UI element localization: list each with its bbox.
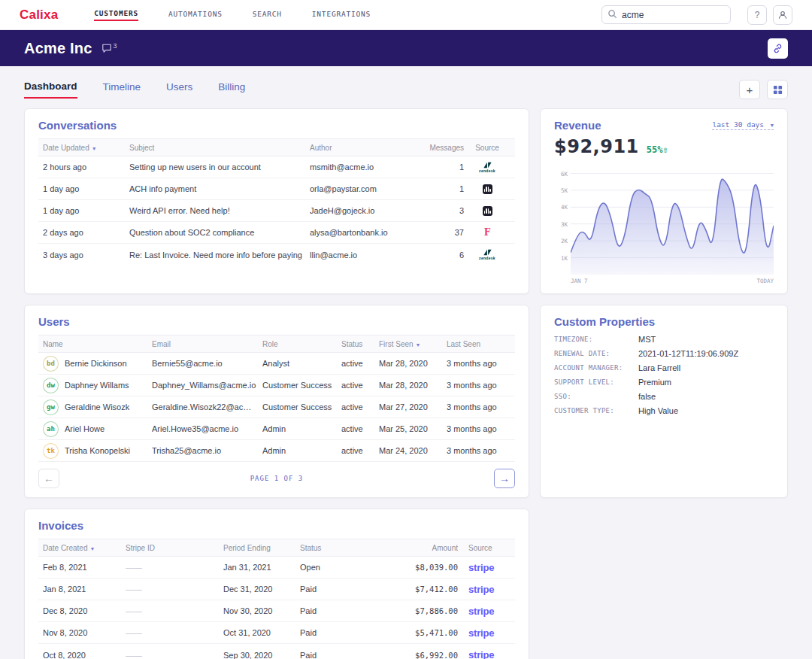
user-row[interactable]: gwGeraldine Wisozk Geraldine.Wisozk22@ac… — [38, 396, 515, 418]
avatar: ah — [43, 421, 59, 437]
cell-stripe-id: —— — [126, 628, 223, 637]
invoice-row[interactable]: Oct 8, 2020 —— Sep 30, 2020 Paid $6,992.… — [38, 644, 515, 659]
col-last-seen[interactable]: Last Seen — [447, 340, 511, 348]
property-row: CUSTOMER TYPE: High Value — [554, 406, 774, 415]
help-button[interactable]: ? — [747, 5, 767, 25]
user-row[interactable]: tkTrisha Konopelski Trisha25@acme.io Adm… — [38, 440, 515, 462]
user-row[interactable]: dwDaphney Willams Daphney_Willams@acme.i… — [38, 375, 515, 396]
nav-item-automations[interactable]: AUTOMATIONS — [168, 10, 223, 20]
cell-last-seen: 3 months ago — [447, 359, 511, 368]
tab-users[interactable]: Users — [166, 81, 192, 98]
cell-name: Geraldine Wisozk — [65, 402, 135, 411]
nav-item-search[interactable]: SEARCH — [253, 10, 282, 20]
invoices-header: Date Created▼ Stripe ID Period Ending St… — [38, 539, 515, 557]
nav-item-customers[interactable]: CUSTOMERS — [94, 9, 138, 21]
invoice-row[interactable]: Dec 8, 2020 —— Nov 30, 2020 Paid $7,886.… — [38, 600, 515, 622]
col-subject[interactable]: Subject — [129, 144, 310, 152]
tab-timeline[interactable]: Timeline — [103, 81, 141, 98]
cell-author: llin@acme.io — [310, 251, 423, 260]
property-value: false — [638, 392, 656, 401]
cell-date: Feb 8, 2021 — [43, 563, 126, 572]
user-row[interactable]: bdBernie Dickinson Bernie55@acme.io Anal… — [38, 353, 515, 375]
tab-bar: Dashboard Timeline Users Billing + — [0, 66, 812, 107]
cell-messages: 3 — [423, 206, 464, 215]
cell-role: Admin — [262, 446, 341, 455]
col-messages[interactable]: Messages — [423, 144, 464, 152]
cell-date: Dec 8, 2020 — [43, 606, 126, 615]
revenue-chart-area: 6K 5K 4K 3K 2K 1K — [554, 163, 774, 275]
col-role[interactable]: Role — [262, 340, 341, 348]
stripe-logo: stripe — [468, 627, 494, 639]
users-header: Name Email Role Status First Seen▼ Last … — [38, 335, 515, 353]
add-card-button[interactable]: + — [739, 80, 760, 99]
next-page-button[interactable]: → — [494, 469, 515, 488]
invoice-row[interactable]: Feb 8, 2021 —— Jan 31, 2021 Open $8,039.… — [38, 557, 515, 579]
property-value: Lara Farrell — [638, 363, 680, 372]
col-email[interactable]: Email — [152, 340, 262, 348]
property-row: SSO: false — [554, 392, 774, 401]
zendesk-icon: zendesk — [464, 249, 511, 260]
col-status[interactable]: Status — [300, 544, 379, 552]
col-first-seen[interactable]: First Seen▼ — [379, 340, 447, 348]
cell-period: Jan 31, 2021 — [223, 563, 300, 572]
col-date-created[interactable]: Date Created▼ — [43, 544, 126, 552]
col-author[interactable]: Author — [310, 144, 423, 152]
conversations-card: Conversations Date Updated▼ Subject Auth… — [24, 108, 529, 294]
comment-icon — [102, 44, 112, 53]
col-name[interactable]: Name — [43, 340, 152, 348]
property-value: 2021-01-12T11:19:06.909Z — [638, 349, 738, 358]
col-status[interactable]: Status — [341, 340, 379, 348]
property-row: SUPPORT LEVEL: Premium — [554, 378, 774, 387]
cell-status: active — [341, 381, 379, 390]
conversation-row[interactable]: 2 hours ago Setting up new users in our … — [38, 156, 515, 178]
prev-page-button[interactable]: ← — [38, 469, 59, 488]
col-stripe-id[interactable]: Stripe ID — [126, 544, 223, 552]
customer-header: Acme Inc 3 — [0, 30, 812, 66]
cell-last-seen: 3 months ago — [447, 402, 511, 411]
conversation-row[interactable]: 1 day ago Weird API error. Need help! Ja… — [38, 200, 515, 222]
user-row[interactable]: ahAriel Howe Ariel.Howe35@acme.io Admin … — [38, 418, 515, 440]
col-amount[interactable]: Amount — [379, 544, 458, 552]
property-key: CUSTOMER TYPE: — [554, 406, 638, 415]
stripe-logo: stripe — [468, 584, 494, 595]
account-button[interactable] — [773, 5, 792, 25]
intercom-icon — [483, 184, 492, 194]
comments-indicator[interactable]: 3 — [102, 44, 117, 53]
cell-subject: ACH info payment — [129, 184, 310, 193]
revenue-range-dropdown[interactable]: last 30 days ▼ — [712, 120, 774, 130]
tab-billing[interactable]: Billing — [218, 81, 245, 98]
cell-name: Ariel Howe — [65, 424, 111, 433]
cell-date: 3 days ago — [43, 251, 129, 260]
tab-dashboard[interactable]: Dashboard — [24, 80, 77, 99]
property-key: SUPPORT LEVEL: — [554, 378, 638, 387]
cell-last-seen: 3 months ago — [447, 424, 511, 433]
cell-last-seen: 3 months ago — [447, 381, 511, 390]
revenue-card: Revenue last 30 days ▼ $92,911 55%⇧ 6K 5… — [540, 108, 788, 294]
cell-messages: 37 — [423, 228, 464, 237]
cell-messages: 6 — [423, 251, 464, 260]
cell-status: Paid — [300, 585, 379, 594]
col-source[interactable]: Source — [458, 544, 511, 552]
comment-count: 3 — [114, 42, 117, 50]
cell-email: Trisha25@acme.io — [152, 446, 262, 455]
property-value: Premium — [638, 378, 671, 387]
invoice-row[interactable]: Jan 8, 2021 —— Dec 31, 2020 Paid $7,412.… — [38, 579, 515, 600]
col-date-updated[interactable]: Date Updated▼ — [43, 144, 129, 152]
nav-item-integrations[interactable]: INTEGRATIONS — [312, 10, 371, 20]
cell-subject: Re: Last Invoice. Need more info before … — [129, 251, 310, 260]
col-source[interactable]: Source — [464, 144, 511, 152]
invoice-row[interactable]: Nov 8, 2020 —— Oct 31, 2020 Paid $5,471.… — [38, 622, 515, 644]
property-row: ACCOUNT MANAGER: Lara Farrell — [554, 363, 774, 372]
users-title: Users — [38, 315, 515, 328]
search-input[interactable] — [601, 5, 731, 24]
conversations-title: Conversations — [38, 119, 515, 132]
property-value: MST — [638, 335, 656, 344]
delta-up-icon: ⇧ — [663, 144, 668, 155]
copy-link-button[interactable] — [768, 38, 788, 59]
conversation-row[interactable]: 3 days ago Re: Last Invoice. Need more i… — [38, 244, 515, 266]
conversation-row[interactable]: 1 day ago ACH info payment orla@paystar.… — [38, 178, 515, 200]
cell-stripe-id: —— — [126, 651, 223, 659]
conversation-row[interactable]: 2 days ago Question about SOC2 complianc… — [38, 222, 515, 244]
col-period-ending[interactable]: Period Ending — [223, 544, 300, 552]
layout-grid-button[interactable] — [767, 80, 788, 99]
